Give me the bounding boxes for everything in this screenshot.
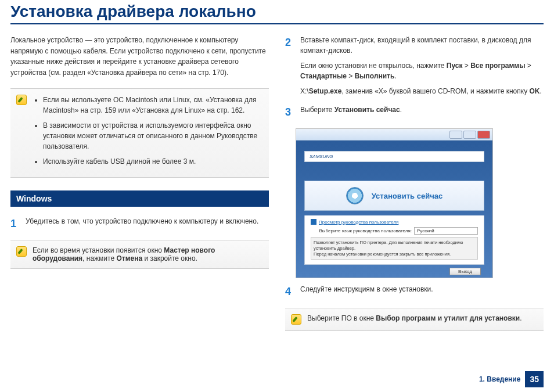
chapter-label: 1. Введение bbox=[479, 375, 521, 383]
hint-panel: Позволяет установить ПО принтера. Для вы… bbox=[311, 237, 478, 260]
brand-logo: SAMSUNG bbox=[304, 151, 484, 162]
note-text: Выберите ПО в окне Выбор программ и утил… bbox=[307, 314, 522, 325]
note-item: В зависимости от устройства и используем… bbox=[43, 120, 263, 152]
step-2: 2 Вставьте компакт-диск, входящий в комп… bbox=[285, 35, 544, 96]
section-heading-windows: Windows bbox=[10, 190, 269, 207]
step-1: 1 Убедитесь в том, что устройство подклю… bbox=[10, 216, 269, 232]
step-number: 1 bbox=[10, 216, 20, 232]
language-select[interactable]: Русский bbox=[414, 227, 478, 235]
note-box-new-hardware: Если во время установки появится окно Ма… bbox=[10, 240, 269, 269]
step-number: 4 bbox=[285, 284, 294, 300]
step-number: 2 bbox=[285, 35, 294, 96]
note-icon bbox=[16, 95, 27, 105]
step-3: 3 Выберите Установить сейчас. bbox=[285, 105, 544, 120]
note-text: Если во время установки появится окно Ма… bbox=[33, 246, 263, 262]
close-icon bbox=[477, 131, 490, 139]
step-text: Выберите Установить сейчас. bbox=[300, 105, 544, 120]
right-column: 2 Вставьте компакт-диск, входящий в комп… bbox=[285, 35, 544, 339]
window-titlebar bbox=[296, 129, 492, 141]
minimize-icon bbox=[449, 131, 462, 139]
intro-paragraph: Локальное устройство — это устройство, п… bbox=[10, 35, 269, 78]
note-item: Если вы используете ОС Macintosh или Lin… bbox=[43, 95, 263, 116]
exit-button[interactable]: Выход bbox=[449, 268, 481, 275]
page-footer: 1. Введение 35 bbox=[479, 371, 544, 387]
left-column: Локальное устройство — это устройство, п… bbox=[10, 35, 269, 339]
step-4: 4 Следуйте инструкциям в окне установки. bbox=[285, 284, 544, 300]
step-number: 3 bbox=[285, 105, 294, 120]
note-box-top: Если вы используете ОС Macintosh или Lin… bbox=[10, 88, 269, 178]
step-text: Убедитесь в том, что устройство подключе… bbox=[26, 216, 269, 232]
step-text: Следуйте инструкциям в окне установки. bbox=[300, 284, 544, 300]
maximize-icon bbox=[463, 131, 476, 139]
install-now-button[interactable]: Установить сейчас bbox=[304, 181, 484, 211]
page-number: 35 bbox=[525, 371, 544, 387]
language-label: Выберите язык руководства пользователя: bbox=[319, 228, 412, 233]
note-box-select-software: Выберите ПО в окне Выбор программ и утил… bbox=[285, 308, 544, 331]
page-title: Установка драйвера локально bbox=[10, 0, 544, 24]
book-icon bbox=[311, 219, 316, 225]
note-icon bbox=[16, 246, 27, 257]
step-text: Вставьте компакт-диск, входящий в компле… bbox=[300, 35, 544, 96]
note-item: Используйте кабель USB длиной не более 3… bbox=[43, 156, 263, 167]
view-manual-link[interactable]: Просмотр руководства пользователя bbox=[311, 219, 478, 225]
cd-icon bbox=[346, 187, 364, 204]
note-icon bbox=[291, 314, 301, 325]
installer-screenshot: SAMSUNG Установить сейчас Просмотр руков… bbox=[296, 128, 493, 278]
